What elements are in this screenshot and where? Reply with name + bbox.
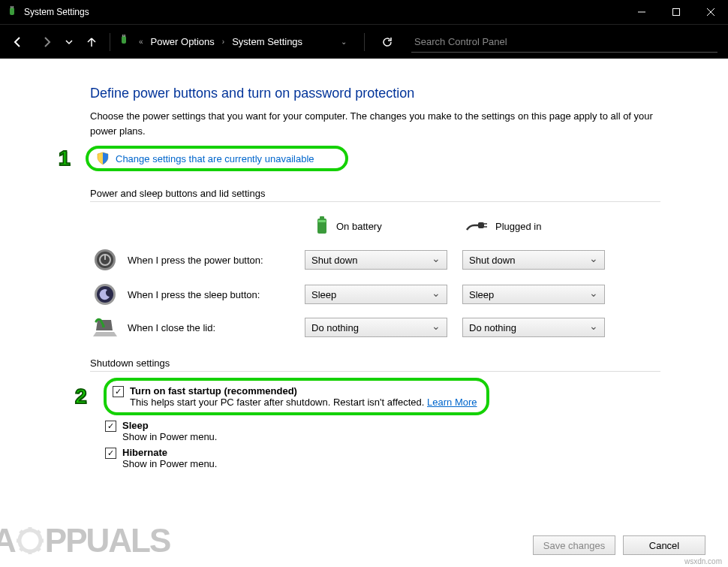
close-button[interactable] [693, 0, 728, 24]
svg-line-30 [37, 531, 40, 534]
titlebar: System Settings [0, 0, 728, 24]
window-title: System Settings [24, 7, 89, 17]
svg-rect-7 [122, 36, 126, 44]
column-on-battery: On battery [315, 216, 465, 237]
power-button-icon [90, 248, 120, 272]
callout-fast-startup: 2 ✓ Turn on fast startup (recommended) T… [104, 378, 489, 415]
annotation-number-2: 2 [75, 385, 87, 409]
lid-label: When I close the lid: [120, 322, 305, 333]
callout-change-settings: 1 Change settings that are currently una… [86, 146, 348, 171]
hibernate-title: Hibernate [122, 447, 217, 458]
hibernate-desc: Show in Power menu. [122, 458, 217, 469]
hibernate-row: ✓ Hibernate Show in Power menu. [105, 447, 705, 469]
fast-startup-title: Turn on fast startup (recommended) [130, 385, 477, 397]
lid-battery-dropdown[interactable]: Do nothing [305, 318, 447, 337]
breadcrumb-icon [118, 35, 130, 49]
page-title: Define power buttons and turn on passwor… [90, 86, 705, 101]
bottom-buttons: Save changes Cancel [533, 535, 705, 555]
nav-separator [110, 33, 110, 51]
group-power-sleep-header: Power and sleep buttons and lid settings [90, 188, 705, 199]
power-button-battery-dropdown[interactable]: Shut down [305, 250, 447, 270]
back-button[interactable] [5, 29, 32, 56]
svg-rect-13 [478, 222, 484, 228]
watermark-text: PPUALS [45, 522, 170, 559]
sleep-button-label: When I press the sleep button: [120, 289, 305, 300]
power-button-plugged-dropdown[interactable]: Shut down [462, 250, 605, 270]
fast-startup-row: ✓ Turn on fast startup (recommended) Thi… [113, 385, 477, 408]
page-description: Choose the power settings that you want … [90, 109, 660, 138]
breadcrumb-system-settings[interactable]: System Settings [227, 33, 307, 50]
search-input[interactable] [411, 32, 717, 53]
breadcrumb[interactable]: « Power Options › System Settings ⌄ [134, 33, 359, 50]
chevron-right-icon: › [222, 38, 224, 46]
svg-rect-12 [318, 220, 326, 222]
up-button[interactable] [78, 29, 105, 56]
svg-line-28 [37, 547, 40, 550]
column-plugged-in-label: Plugged in [495, 221, 541, 232]
power-button-label: When I press the power button: [120, 255, 305, 266]
svg-rect-8 [122, 35, 124, 37]
footer-credit: wsxdn.com [684, 557, 722, 565]
learn-more-link[interactable]: Learn More [427, 397, 477, 408]
svg-line-27 [20, 531, 23, 534]
navbar: « Power Options › System Settings ⌄ [0, 24, 728, 59]
annotation-number-1: 1 [59, 146, 71, 170]
lid-icon [90, 317, 120, 338]
hibernate-checkbox[interactable]: ✓ [105, 448, 116, 459]
fast-startup-checkbox[interactable]: ✓ [113, 386, 124, 397]
svg-rect-9 [125, 35, 126, 37]
nav-separator-2 [364, 33, 365, 51]
history-dropdown[interactable] [62, 29, 77, 56]
search-box [411, 32, 717, 53]
refresh-button[interactable] [374, 29, 401, 56]
breadcrumb-dropdown[interactable]: ⌄ [332, 38, 355, 46]
sleep-desc: Show in Power menu. [122, 431, 217, 442]
column-headers: On battery Plugged in [90, 216, 705, 237]
svg-line-29 [20, 547, 23, 550]
battery-icon [315, 216, 329, 237]
svg-rect-11 [320, 216, 324, 219]
svg-rect-4 [673, 9, 680, 16]
row-sleep-button: When I press the sleep button: Sleep Sle… [90, 282, 705, 306]
forward-button[interactable] [33, 29, 60, 56]
watermark: A PPUALS [0, 522, 170, 559]
column-plugged-in: Plugged in [465, 218, 615, 235]
app-icon [6, 6, 18, 18]
watermark-a: A [0, 522, 15, 559]
column-on-battery-label: On battery [336, 221, 382, 232]
sleep-checkbox[interactable]: ✓ [105, 421, 116, 432]
shield-icon [96, 152, 110, 165]
row-power-button: When I press the power button: Shut down… [90, 248, 705, 272]
content-area: Define power buttons and turn on passwor… [0, 59, 728, 567]
group-shutdown-header: Shutdown settings [90, 357, 705, 369]
row-lid: When I close the lid: Do nothing Do noth… [90, 317, 705, 338]
svg-rect-0 [10, 8, 14, 15]
plug-icon [465, 218, 488, 235]
breadcrumb-power-options[interactable]: Power Options [146, 33, 219, 50]
save-button[interactable]: Save changes [533, 535, 615, 555]
maximize-button[interactable] [659, 0, 693, 24]
window-controls [624, 0, 728, 24]
lid-plugged-dropdown[interactable]: Do nothing [462, 318, 605, 337]
minimize-button[interactable] [624, 0, 659, 24]
svg-rect-1 [11, 6, 12, 8]
chevron-left-icon: « [139, 38, 143, 46]
cancel-button[interactable]: Cancel [623, 535, 705, 555]
change-settings-link[interactable]: Change settings that are currently unava… [116, 153, 314, 164]
gear-icon [15, 526, 45, 556]
sleep-button-plugged-dropdown[interactable]: Sleep [462, 285, 605, 304]
sleep-row: ✓ Sleep Show in Power menu. [105, 420, 705, 442]
svg-rect-2 [13, 6, 14, 8]
sleep-button-battery-dropdown[interactable]: Sleep [305, 285, 447, 304]
fast-startup-desc: This helps start your PC faster after sh… [130, 397, 477, 408]
sleep-button-icon [90, 282, 120, 306]
sleep-title: Sleep [122, 420, 217, 431]
